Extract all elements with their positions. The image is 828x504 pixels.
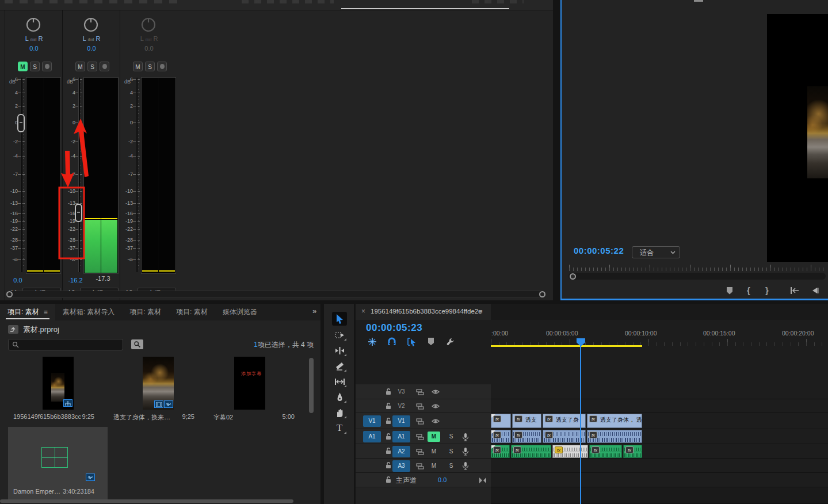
project-item-name[interactable]: 字幕02 xyxy=(213,413,233,422)
fx-badge[interactable]: fx xyxy=(589,415,597,422)
project-item-name[interactable]: 透支了身体，换来… xyxy=(113,413,170,422)
track-content-master[interactable] xyxy=(491,473,828,487)
project-item-3[interactable]: Damon Emper…3:40:23184 xyxy=(8,427,108,501)
track-solo-button[interactable]: S xyxy=(445,461,457,471)
tool-type-button[interactable]: T xyxy=(332,421,347,435)
snap-magnet-icon[interactable] xyxy=(387,337,397,347)
timeline-clip-a1-0[interactable]: fx xyxy=(491,430,511,443)
timeline-clip-a2-3[interactable]: fx xyxy=(589,445,622,458)
program-tab-strip[interactable] xyxy=(694,0,703,2)
timeline-menu-icon[interactable]: ≡ xyxy=(478,307,483,316)
fx-badge[interactable]: fx xyxy=(592,446,600,453)
project-tab-4[interactable]: 媒体浏览器 xyxy=(215,304,265,320)
fit-zoom-dropdown[interactable]: 适合 xyxy=(632,246,680,258)
track-lock-icon[interactable] xyxy=(384,402,392,411)
pen-tool-icon[interactable] xyxy=(334,392,345,403)
project-tab-2[interactable]: 项目: 素材 xyxy=(122,304,169,320)
program-seek-bar[interactable] xyxy=(568,273,826,280)
hand-tool-icon[interactable] xyxy=(334,407,345,418)
track-content-A1[interactable]: fxfxfxfx xyxy=(491,429,828,444)
track-solo-button[interactable]: S xyxy=(445,446,457,457)
timeline-clip-a1-2[interactable]: fx xyxy=(543,430,586,443)
razor-tool-icon[interactable] xyxy=(334,361,345,372)
timeline-tab-title[interactable]: 1956149f615b6b3883cce99844ffde2c xyxy=(371,308,482,315)
timeline-clip-a1-3[interactable]: fx xyxy=(587,430,642,443)
timeline-clip-v1-1[interactable]: fx透支 xyxy=(512,414,541,428)
program-mini-ruler[interactable] xyxy=(569,265,826,272)
master-volume-value[interactable]: 0.0 xyxy=(438,476,447,483)
project-item-0[interactable]: 1956149f615b6b3883cce…9:25 xyxy=(8,354,108,425)
timeline-clip-v1-3[interactable]: fx透支了身体， 透 xyxy=(587,414,642,428)
track-mute-button[interactable]: M xyxy=(428,461,440,471)
program-playhead-handle[interactable] xyxy=(570,273,576,280)
tool-razor-button[interactable] xyxy=(332,359,347,373)
project-vertical-scrollbar[interactable] xyxy=(309,358,314,413)
project-item-1[interactable]: 透支了身体，换来…9;25 xyxy=(108,354,208,425)
voiceover-record-mic-icon[interactable] xyxy=(461,461,470,470)
project-item-name[interactable]: Damon Emper… xyxy=(13,488,60,495)
audio-waveform-thumbnail[interactable] xyxy=(41,447,68,468)
tool-track-select-forward-button[interactable] xyxy=(332,328,347,342)
project-tab-0[interactable]: 项目: 素材≡ xyxy=(0,304,55,320)
track-lock-icon[interactable] xyxy=(384,433,392,441)
project-item-thumbnail[interactable] xyxy=(43,357,74,410)
tool-slip-button[interactable] xyxy=(332,375,347,388)
track-content-V3[interactable] xyxy=(491,384,828,399)
close-icon[interactable]: × xyxy=(361,307,365,315)
track-mute-button[interactable]: M xyxy=(428,446,440,457)
track-lock-icon[interactable] xyxy=(384,461,392,470)
track-content-A3[interactable] xyxy=(491,459,828,473)
tool-selection-button[interactable] xyxy=(332,312,347,326)
timeline-ruler[interactable]: :00:0000:00:05:0000:00:10:0000:00:15:000… xyxy=(356,330,828,338)
timeline-tab[interactable]: × 1956149f615b6b3883cce99844ffde2c xyxy=(356,304,491,320)
breadcrumb-project-name[interactable]: 素材.prproj xyxy=(23,324,59,335)
track-content-A2[interactable]: fxfxfxfxfx xyxy=(491,444,828,459)
tool-pen-button[interactable] xyxy=(332,390,347,404)
work-area-bar[interactable] xyxy=(491,345,642,347)
track-target-V3[interactable]: V3 xyxy=(392,386,410,398)
nest-sequence-icon[interactable] xyxy=(367,337,377,347)
track-lock-icon[interactable] xyxy=(384,417,392,426)
track-lock-icon[interactable] xyxy=(384,388,392,396)
sync-lock-icon[interactable] xyxy=(415,402,425,410)
track-target-A1[interactable]: A1 xyxy=(392,431,410,442)
fx-badge[interactable]: fx xyxy=(514,432,522,438)
project-item-thumbnail[interactable]: 添加字幕 xyxy=(234,357,265,410)
toggle-track-output-eye-icon[interactable] xyxy=(431,388,440,396)
fx-badge[interactable]: fx xyxy=(589,432,597,438)
panel-gap-vertical[interactable] xyxy=(553,0,560,300)
program-timecode[interactable]: 00:00:05:22 xyxy=(574,246,624,255)
sync-lock-icon[interactable] xyxy=(415,388,425,396)
track-select-forward-tool-icon[interactable] xyxy=(334,330,345,341)
track-mute-button[interactable]: M xyxy=(428,432,440,442)
ripple-edit-tool-icon[interactable] xyxy=(334,345,345,356)
source-patch-V1[interactable]: V1 xyxy=(363,415,381,427)
master-meter-bowtie-icon[interactable] xyxy=(478,476,487,484)
go-to-in-button[interactable] xyxy=(789,286,800,295)
fx-badge[interactable]: fx xyxy=(513,446,521,453)
find-in-bin-button[interactable] xyxy=(131,339,143,349)
program-video-canvas[interactable] xyxy=(767,14,828,262)
timeline-clip-a2-1[interactable]: fx xyxy=(511,445,551,458)
tool-ripple-edit-button[interactable] xyxy=(332,343,347,357)
track-target-V2[interactable]: V2 xyxy=(392,400,410,412)
playhead-line[interactable] xyxy=(580,345,581,504)
fx-badge[interactable]: fx xyxy=(545,432,553,438)
track-solo-button[interactable]: S xyxy=(445,432,457,442)
fx-badge[interactable]: fx xyxy=(493,415,501,422)
fx-badge[interactable]: fx xyxy=(514,415,522,422)
track-content-V1[interactable]: fxfx透支fx透支了身fx透支了身体， 透 xyxy=(491,413,828,429)
panel-menu-icon[interactable]: ≡ xyxy=(44,308,48,316)
toggle-track-output-eye-icon[interactable] xyxy=(431,417,440,425)
selection-tool-icon[interactable] xyxy=(334,314,345,324)
voiceover-record-mic-icon[interactable] xyxy=(461,433,470,441)
project-tab-1[interactable]: 素材箱: 素材导入 xyxy=(55,304,123,320)
step-back-button[interactable] xyxy=(810,286,819,295)
track-target-A3[interactable]: A3 xyxy=(392,460,410,472)
timeline-clip-v1-2[interactable]: fx透支了身 xyxy=(543,414,586,428)
linked-selection-icon[interactable] xyxy=(406,337,417,347)
project-item-name[interactable]: 1956149f615b6b3883cce… xyxy=(13,413,81,420)
timeline-clip-a2-2-selected[interactable]: fx xyxy=(552,445,588,458)
track-content-V2[interactable] xyxy=(491,399,828,413)
track-target-A2[interactable]: A2 xyxy=(392,446,410,457)
